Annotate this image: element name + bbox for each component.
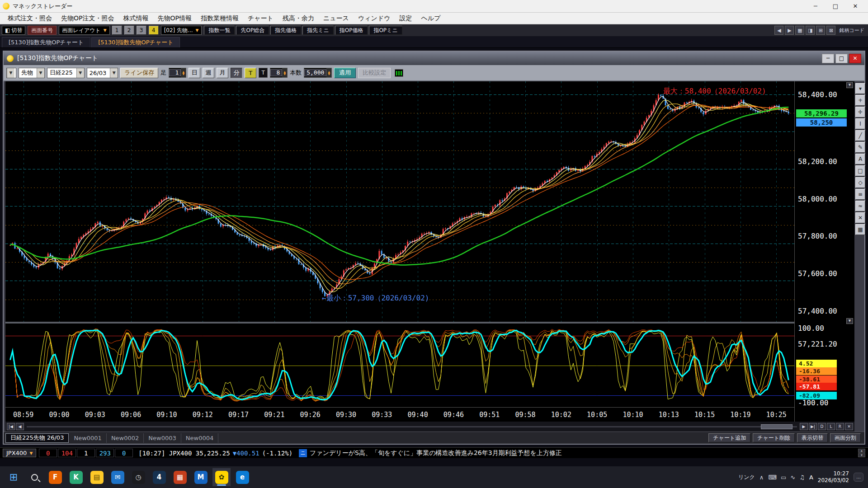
window-maximize-button[interactable]: □ — [835, 54, 848, 63]
chart-tab[interactable]: New0003 — [144, 433, 181, 443]
taskbar-app-icon[interactable]: ◷ — [129, 468, 147, 486]
preset-combo[interactable]: [02] 先物...▼ — [161, 26, 202, 35]
chart-tab[interactable]: New0001 — [69, 433, 106, 443]
taskbar-app-icon[interactable]: F — [46, 468, 64, 486]
mini-chart-icon[interactable] — [395, 69, 403, 77]
stepper-icon[interactable]: ▲▼ — [326, 68, 331, 77]
drawing-tool-icon[interactable]: ✎ — [855, 142, 865, 153]
taskbar-app-icon[interactable]: 4 — [150, 468, 168, 486]
news-ticker[interactable]: ファンデリーがS高、「旬をすぐに」事業の構造改善進み26年3月期利益予想を上方修… — [310, 449, 855, 457]
page-3-button[interactable]: 3 — [137, 26, 146, 35]
taskbar-app-icon[interactable]: ✉ — [108, 468, 127, 486]
notification-icon[interactable]: … — [854, 473, 863, 482]
menu-item[interactable]: 設定 — [396, 13, 416, 24]
quick-view-button[interactable]: 指先価格 — [270, 26, 301, 35]
taskbar-app-icon[interactable]: ▤ — [88, 468, 106, 486]
tray-icon[interactable]: ∿ — [790, 474, 795, 481]
menu-item[interactable]: 株式注文・照会 — [4, 13, 56, 24]
drawing-tool-icon[interactable]: ≡ — [855, 189, 865, 200]
close-button[interactable]: ✕ — [845, 0, 865, 12]
toolbar-icon[interactable]: ⊞ — [816, 26, 825, 35]
bars-count-input[interactable]: 5,000▲▼ — [304, 68, 332, 78]
window-minimize-button[interactable]: ─ — [822, 54, 834, 63]
ticker-symbol-button[interactable]: JPX400▼ — [3, 449, 36, 457]
chart-mini-button[interactable]: D — [818, 423, 826, 430]
category-combo[interactable]: 先物▼ — [19, 68, 45, 78]
quick-view-button[interactable]: 指OP価格 — [335, 26, 368, 35]
taskbar-app-icon[interactable]: K — [67, 468, 85, 486]
drawing-tool-icon[interactable]: ╱ — [855, 130, 865, 141]
menu-item[interactable]: 株式情報 — [119, 13, 152, 24]
screen-layout-button[interactable]: 画面レイアウト▼ — [59, 26, 109, 35]
minimize-button[interactable]: ─ — [806, 0, 826, 12]
chart-action-button[interactable]: 表示切替 — [797, 433, 828, 442]
maximize-button[interactable]: □ — [826, 0, 845, 12]
switch-button[interactable]: ◧切替 — [2, 26, 25, 35]
chart-action-button[interactable]: チャート削除 — [753, 433, 795, 442]
stepper-icon[interactable]: ▲▼ — [181, 68, 186, 77]
period-week-button[interactable]: 週 — [203, 68, 214, 78]
drawing-tool-icon[interactable]: ◇ — [855, 177, 865, 188]
contract-month-combo[interactable]: 26/03▼ — [87, 68, 118, 78]
taskbar-app-icon[interactable]: ✿ — [212, 468, 231, 486]
chart-mini-button[interactable]: ✕ — [845, 423, 853, 430]
period-tick-button[interactable]: T — [245, 68, 256, 78]
tray-icon[interactable]: ♫ — [799, 474, 805, 481]
menu-item[interactable]: ヘルプ — [417, 13, 445, 24]
news-up-button[interactable]: ▲ — [858, 449, 865, 453]
oscillator-chart[interactable] — [5, 324, 794, 407]
menu-item[interactable]: 先物OP情報 — [153, 13, 195, 24]
clock[interactable]: 10:27 2026/03/02 — [818, 470, 849, 484]
drawing-tool-icon[interactable]: A — [855, 154, 865, 164]
period-day-button[interactable]: 日 — [189, 68, 200, 78]
taskbar-app-icon[interactable]: M — [192, 468, 210, 486]
tray-icon[interactable]: ⌨ — [768, 474, 777, 481]
drawing-tool-icon[interactable]: ≈ — [855, 201, 865, 211]
toolbar-icon[interactable]: ◀ — [774, 26, 783, 35]
axis-menu-icon[interactable]: ▼ — [846, 318, 853, 324]
apply-button[interactable]: 適用 — [334, 68, 356, 78]
main-price-chart[interactable] — [5, 81, 794, 322]
menu-item[interactable]: 残高・余力 — [278, 13, 318, 24]
quick-view-button[interactable]: 指先ミニ — [302, 26, 334, 35]
menu-item[interactable]: 指数業種情報 — [197, 13, 243, 24]
chart-action-button[interactable]: チャート追加 — [708, 433, 750, 442]
toolbar-icon[interactable]: ◨ — [806, 26, 815, 35]
quick-view-button[interactable]: 指OPミニ — [369, 26, 402, 35]
page-2-button[interactable]: 2 — [124, 26, 134, 35]
workspace-tab-1[interactable]: [5130]指数先物OPチャート — [2, 37, 90, 47]
taskbar-app-icon[interactable]: ▦ — [171, 468, 189, 486]
drawing-tool-icon[interactable]: ✛ — [855, 107, 865, 117]
scroll-start-button[interactable]: |◀ — [7, 423, 15, 430]
chart-style-combo[interactable]: ▼ — [6, 68, 16, 78]
chart-mini-button[interactable]: R — [836, 423, 844, 430]
start-button[interactable]: ⊞ — [5, 468, 23, 486]
ime-indicator[interactable]: A — [809, 474, 813, 481]
menu-item[interactable]: 先物OP注文・照会 — [57, 13, 118, 24]
drawing-tool-icon[interactable]: ▦ — [855, 224, 865, 235]
quick-view-button[interactable]: 先OP総合 — [236, 26, 269, 35]
page-4-button[interactable]: 4 — [149, 26, 159, 35]
symbol-combo[interactable]: 日経225▼ — [47, 68, 85, 78]
chart-mini-button[interactable]: L — [827, 423, 835, 430]
toolbar-icon[interactable]: ▶ — [785, 26, 794, 35]
tray-chevron-icon[interactable]: ∧ — [760, 474, 764, 481]
drawing-tool-icon[interactable]: + — [855, 95, 865, 106]
drawing-tool-icon[interactable]: ✕ — [855, 212, 865, 223]
save-line-button[interactable]: ライン保存 — [120, 68, 158, 78]
quick-view-button[interactable]: 指数一覧 — [204, 26, 235, 35]
scroll-right-button[interactable]: ▶ — [800, 423, 808, 430]
scroll-left-button[interactable]: ◀ — [16, 423, 24, 430]
axis-menu-icon[interactable]: ▼ — [846, 82, 853, 88]
chart-tab-active[interactable]: 日経225先物 26/03 — [5, 433, 69, 443]
scrollbar-thumb[interactable] — [761, 424, 793, 429]
period-minute-button[interactable]: 分 — [231, 68, 242, 78]
toolbar-icon[interactable]: ▦ — [795, 26, 804, 35]
period-month-button[interactable]: 月 — [217, 68, 228, 78]
menu-item[interactable]: チャート — [244, 13, 278, 24]
drawing-tool-icon[interactable]: □ — [855, 165, 865, 176]
news-down-button[interactable]: ▼ — [858, 453, 865, 457]
compare-settings-button[interactable]: 比較設定 — [358, 68, 391, 78]
workspace-tab-2[interactable]: [5130]指数先物OPチャート — [91, 37, 180, 47]
bar-interval-input[interactable]: 1▲▼ — [169, 68, 186, 78]
